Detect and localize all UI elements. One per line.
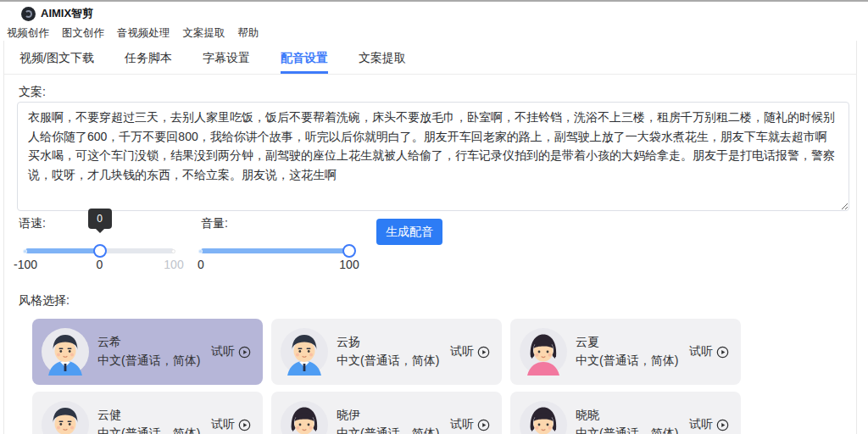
voice-preview-button[interactable]: 试听	[211, 344, 251, 359]
slider-mark-label: 100	[339, 258, 359, 271]
slider-mark-label: 0	[97, 258, 103, 271]
voice-preview-button[interactable]: 试听	[450, 344, 490, 359]
tab[interactable]: 文案提取	[359, 43, 406, 74]
panel-left-border	[3, 41, 4, 434]
play-icon	[238, 419, 251, 431]
speed-label: 语速:	[19, 216, 46, 231]
copy-label: 文案:	[19, 85, 46, 100]
voice-language: 中文(普通话，简体)	[97, 426, 200, 434]
voice-card[interactable]: 云扬 中文(普通话，简体) 试听	[271, 319, 502, 385]
voice-texts: 云健 中文(普通话，简体)	[97, 408, 200, 434]
voice-name: 晓晓	[576, 408, 678, 423]
voice-preview-button[interactable]: 试听	[450, 417, 490, 432]
tab[interactable]: 配音设置	[281, 43, 328, 74]
voice-language: 中文(普通话，简体)	[576, 353, 678, 369]
voice-language: 中文(普通话，简体)	[576, 426, 678, 434]
voice-preview-label: 试听	[689, 417, 713, 432]
voice-card[interactable]: 晓伊 中文(普通话，简体) 试听	[271, 392, 502, 434]
voice-preview-button[interactable]: 试听	[211, 417, 251, 432]
voice-name: 晓伊	[337, 408, 439, 423]
generate-voiceover-button[interactable]: 生成配音	[376, 219, 442, 245]
play-icon	[477, 346, 490, 359]
voice-avatar-male-icon	[281, 328, 328, 376]
voice-preview-label: 试听	[211, 417, 235, 432]
voice-name: 云希	[97, 335, 200, 350]
voice-preview-label: 试听	[450, 417, 474, 432]
voice-texts: 晓伊 中文(普通话，简体)	[337, 408, 439, 434]
panel-right-border	[856, 41, 857, 434]
voice-avatar-female-icon	[520, 328, 567, 376]
voice-name: 云健	[97, 408, 200, 423]
voice-texts: 晓晓 中文(普通话，简体)	[576, 408, 678, 434]
tab[interactable]: 视频/图文下载	[19, 43, 94, 74]
voice-language: 中文(普通话，简体)	[97, 353, 200, 369]
volume-slider-track[interactable]	[201, 248, 349, 253]
voice-language: 中文(普通话，简体)	[337, 353, 439, 369]
speed-value-tooltip: 0	[88, 209, 112, 229]
menu-bar: 视频创作图文创作音视频处理文案提取帮助	[7, 25, 259, 41]
voice-avatar-female-icon	[520, 401, 567, 434]
menu-item[interactable]: 文案提取	[183, 26, 225, 41]
menu-item[interactable]: 视频创作	[7, 26, 49, 41]
slider-mark-label: -100	[14, 258, 37, 271]
voice-card[interactable]: 云夏 中文(普通话，简体) 试听	[510, 319, 741, 385]
tab-bar: 视频/图文下载任务脚本字幕设置配音设置文案提取	[4, 43, 856, 75]
voice-grid: 云希 中文(普通话，简体) 试听 云扬 中文(普通话，简体) 试听	[32, 319, 749, 434]
volume-slider[interactable]	[201, 244, 349, 258]
style-select-label: 风格选择:	[19, 293, 70, 309]
voice-language: 中文(普通话，简体)	[337, 426, 439, 434]
voice-preview-label: 试听	[450, 344, 474, 359]
voice-card[interactable]: 云健 中文(普通话，简体) 试听	[32, 392, 263, 434]
volume-slider-handle[interactable]	[342, 244, 356, 258]
copy-textarea[interactable]: 衣服啊，不要穿超过三天，去别人家里吃饭，饭后不要帮着洗碗，床头不要放毛巾，卧室啊…	[17, 102, 849, 211]
voice-preview-button[interactable]: 试听	[689, 344, 729, 359]
voice-name: 云夏	[576, 335, 678, 350]
voice-preview-label: 试听	[689, 344, 713, 359]
app-title: AIMIX智剪	[41, 6, 93, 21]
volume-slider-marks: 0100	[201, 258, 349, 271]
play-icon	[716, 419, 729, 431]
speed-slider-fill	[25, 248, 100, 253]
voice-preview-label: 试听	[211, 344, 235, 359]
slider-stop-dot	[198, 249, 203, 253]
tab[interactable]: 字幕设置	[203, 43, 250, 74]
voice-card[interactable]: 云希 中文(普通话，简体) 试听	[32, 319, 263, 385]
voice-texts: 云夏 中文(普通话，简体)	[576, 335, 678, 369]
voice-avatar-male-icon	[42, 328, 89, 376]
app-logo-icon	[21, 7, 36, 21]
voice-avatar-male-icon	[42, 401, 89, 434]
voice-avatar-female-icon	[281, 401, 328, 434]
voice-card[interactable]: 晓晓 中文(普通话，简体) 试听	[510, 392, 741, 434]
slider-mark-label: 0	[198, 258, 204, 271]
volume-slider-fill	[201, 248, 349, 253]
speed-slider-marks: -1000100	[25, 258, 174, 271]
play-icon	[716, 346, 729, 359]
tab[interactable]: 任务脚本	[125, 43, 172, 74]
play-icon	[477, 419, 490, 431]
app-window: AIMIX智剪 视频创作图文创作音视频处理文案提取帮助 视频/图文下载任务脚本字…	[0, 0, 868, 434]
volume-label: 音量:	[201, 216, 228, 231]
play-icon	[238, 346, 251, 359]
title-bar: AIMIX智剪	[0, 2, 868, 25]
menu-item[interactable]: 图文创作	[62, 26, 104, 41]
voice-texts: 云扬 中文(普通话，简体)	[337, 335, 439, 369]
voice-name: 云扬	[337, 335, 439, 350]
voice-preview-button[interactable]: 试听	[689, 417, 729, 432]
slider-mark-label: 100	[164, 258, 183, 271]
menu-item[interactable]: 音视频处理	[117, 26, 170, 41]
speed-slider[interactable]	[25, 244, 174, 258]
speed-slider-handle[interactable]	[93, 244, 107, 258]
slider-stop-dot	[23, 249, 27, 253]
voice-texts: 云希 中文(普通话，简体)	[97, 335, 200, 369]
slider-stop-dot	[171, 249, 175, 253]
menu-item[interactable]: 帮助	[238, 26, 259, 41]
